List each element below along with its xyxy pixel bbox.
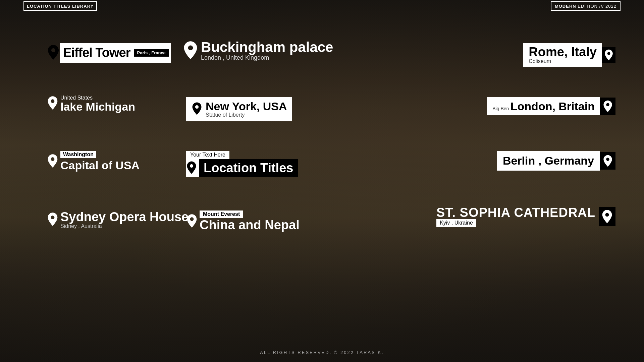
header-right-rest: EDITION /// 2022: [576, 4, 616, 9]
pin-icon-everest: [186, 214, 198, 229]
washington-sup: Washington: [60, 151, 96, 158]
sydney-main-title: Sydney Opera House: [60, 210, 189, 223]
pin-icon-washington: [47, 154, 58, 169]
sydney-text: Sydney Opera House Sidney , Australia: [60, 210, 189, 229]
buckingham-text: Buckingham palace London , United Kingdo…: [201, 40, 333, 61]
buckingham-main-title: Buckingham palace: [201, 40, 333, 54]
st-sophia-subtitle: Kyiv , Ukraine: [436, 219, 476, 227]
new-york-subtitle: Statue of Liberty: [206, 112, 287, 118]
pin-icon-location-titles: [186, 161, 197, 175]
header-right-bold: MODERN: [555, 4, 576, 9]
london-britain-text: Big Ben London, Britain: [487, 97, 600, 115]
location-titles-main-row: Location Titles: [186, 159, 298, 177]
eiffel-subtitle: Paris , France: [134, 49, 169, 57]
st-sophia-main-title: St. Sophia Cathedral: [436, 206, 595, 219]
london-britain-pin: [600, 98, 615, 115]
rome-subtitle: Coliseum: [529, 58, 597, 64]
location-new-york: New York, USA Statue of Liberty: [186, 97, 292, 121]
berlin-pin: [600, 152, 615, 170]
st-sophia-pin: [599, 207, 615, 226]
location-washington: Washington Capital of USA: [47, 151, 140, 172]
washington-main-title: Capital of USA: [60, 159, 140, 172]
location-titles-sup: Your Text Here: [186, 151, 229, 159]
location-st-sophia: St. Sophia Cathedral Kyiv , Ukraine: [436, 206, 615, 227]
location-mount-everest: Mount Everest China and Nepal: [186, 210, 300, 232]
header-left: LOCATION TITLES LIBRARY: [23, 1, 97, 11]
lake-text: United States lake Michigan: [60, 95, 135, 112]
pin-icon-eiffel: [47, 45, 60, 61]
lake-main-title: lake Michigan: [60, 101, 135, 112]
pin-icon-sydney: [47, 213, 58, 227]
buckingham-subtitle: London , United Kingdom: [201, 54, 333, 61]
london-britain-main-title: London, Britain: [511, 100, 595, 113]
location-sydney: Sydney Opera House Sidney , Australia: [47, 210, 189, 229]
sydney-subtitle: Sidney , Australia: [60, 223, 189, 229]
pin-icon-new-york: [192, 102, 202, 116]
new-york-text: New York, USA Statue of Liberty: [206, 101, 287, 118]
header-left-label: LOCATION TITLES LIBRARY: [27, 4, 94, 9]
london-britain-sup: Big Ben: [492, 106, 509, 111]
berlin-main-title: Berlin , Germany: [503, 154, 594, 167]
location-london-britain: Big Ben London, Britain: [487, 97, 615, 115]
location-lake-michigan: United States lake Michigan: [47, 95, 135, 112]
everest-main-title: China and Nepal: [200, 218, 300, 232]
everest-text: Mount Everest China and Nepal: [200, 210, 300, 232]
berlin-text: Berlin , Germany: [497, 151, 600, 171]
location-eiffel-tower: Eiffel Tower Paris , France: [47, 43, 171, 63]
new-york-main-title: New York, USA: [206, 101, 287, 112]
location-berlin: Berlin , Germany: [497, 151, 615, 171]
pin-icon-lake: [47, 96, 58, 111]
location-titles-block: Your Text Here Location Titles: [186, 151, 298, 177]
eiffel-main-title: Eiffel Tower: [63, 46, 130, 60]
footer: ALL RIGHTS RESERVED. © 2022 TARAS K.: [0, 349, 644, 355]
rome-main-title: Rome, Italy: [529, 46, 597, 58]
rome-text: Rome, Italy Coliseum: [523, 43, 602, 67]
header-right: MODERN EDITION /// 2022: [551, 1, 621, 11]
location-titles-main-title: Location Titles: [199, 159, 298, 177]
location-rome: Rome, Italy Coliseum: [523, 43, 615, 67]
location-buckingham: Buckingham palace London , United Kingdo…: [183, 40, 333, 61]
footer-text: ALL RIGHTS RESERVED. © 2022 TARAS K.: [260, 350, 384, 355]
eiffel-title-box: Eiffel Tower Paris , France: [60, 43, 171, 63]
st-sophia-text: St. Sophia Cathedral Kyiv , Ukraine: [436, 206, 595, 227]
pin-icon-buckingham: [183, 41, 198, 61]
rome-pin: [602, 47, 615, 63]
everest-sup: Mount Everest: [200, 210, 243, 218]
washington-text: Washington Capital of USA: [60, 151, 140, 172]
